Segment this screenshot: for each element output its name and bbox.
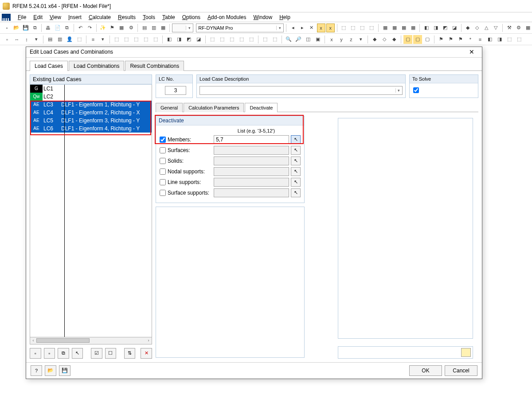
- open-icon[interactable]: 📂: [12, 23, 20, 32]
- menu-calculate[interactable]: Calculate: [85, 13, 114, 21]
- deactivate-checkbox[interactable]: [160, 190, 166, 196]
- list-hscrollbar[interactable]: [30, 337, 152, 344]
- t2d-icon[interactable]: ▾: [32, 35, 41, 44]
- menu-tools[interactable]: Tools: [139, 13, 159, 21]
- load-case-row[interactable]: AELC6DLF1 - Eigenform 4, Richtung - Y: [30, 125, 152, 133]
- pick-icon[interactable]: ↖: [291, 135, 301, 144]
- r17-icon[interactable]: ⚒: [505, 23, 513, 32]
- r5-icon[interactable]: ▦: [381, 23, 389, 32]
- vw-c-icon[interactable]: ▢: [423, 35, 432, 44]
- vw-a-icon[interactable]: ▢: [403, 35, 412, 44]
- table3-icon[interactable]: ▦: [159, 23, 167, 32]
- r8-icon[interactable]: ▦: [409, 23, 417, 32]
- new-lc2-button[interactable]: ▫: [44, 348, 55, 359]
- bolt-icon[interactable]: [461, 348, 471, 357]
- menu-insert[interactable]: Insert: [65, 13, 85, 21]
- result-lbl2-icon[interactable]: x: [326, 23, 335, 32]
- t2k-icon[interactable]: ⬚: [112, 35, 121, 44]
- pick-icon[interactable]: ↖: [291, 156, 301, 165]
- t2y-icon[interactable]: ⬚: [261, 35, 270, 44]
- t2c-icon[interactable]: ↕: [22, 35, 31, 44]
- r10-icon[interactable]: ◨: [431, 23, 440, 32]
- navigate-combo[interactable]: ▾: [172, 23, 193, 32]
- t2m-icon[interactable]: ⬚: [132, 35, 141, 44]
- axis-z-icon[interactable]: z: [347, 35, 356, 44]
- redo-icon[interactable]: ↷: [86, 23, 94, 32]
- pick-icon[interactable]: ↖: [291, 188, 301, 197]
- t2h-icon[interactable]: ⬚: [75, 35, 84, 44]
- misc-b-icon[interactable]: ⚑: [446, 35, 455, 44]
- t2z-icon[interactable]: ⬚: [270, 35, 279, 44]
- copy-icon[interactable]: ⧉: [63, 23, 71, 32]
- sel-a-icon[interactable]: ◆: [370, 35, 379, 44]
- saveall-icon[interactable]: ⧉: [31, 23, 39, 32]
- axis-y-icon[interactable]: y: [337, 35, 346, 44]
- t2q-icon[interactable]: ◨: [175, 35, 184, 44]
- subtab-deactivate[interactable]: Deactivate: [245, 103, 278, 112]
- t2o-icon[interactable]: ⬚: [151, 35, 160, 44]
- menu-table[interactable]: Table: [159, 13, 179, 21]
- misc-c-icon[interactable]: ⚑: [456, 35, 465, 44]
- r7-icon[interactable]: ▦: [399, 23, 408, 32]
- nav-first-icon[interactable]: ◂: [289, 23, 297, 32]
- uncheck-all-button[interactable]: ☐: [105, 348, 117, 359]
- tab-load-cases[interactable]: Load Cases: [30, 61, 68, 71]
- t2t-icon[interactable]: ⬚: [208, 35, 217, 44]
- deactivate-input[interactable]: [214, 135, 289, 144]
- t2p-icon[interactable]: ◧: [165, 35, 174, 44]
- nav-prev-icon[interactable]: ▸: [298, 23, 306, 32]
- menu-view[interactable]: View: [46, 13, 65, 21]
- load-case-row[interactable]: AELC5DLF1 - Eigenform 3, Richtung - Y: [30, 117, 152, 125]
- delete-lc-button[interactable]: ✕: [141, 348, 152, 359]
- pick-icon[interactable]: ↖: [291, 167, 301, 176]
- flag-icon[interactable]: ⚑: [108, 23, 117, 32]
- t2a-icon[interactable]: ▫: [3, 35, 12, 44]
- module-combo[interactable]: ▾: [196, 23, 284, 32]
- r18-icon[interactable]: ⚙: [514, 23, 523, 32]
- load-case-row[interactable]: QwLC2: [30, 93, 152, 101]
- r11-icon[interactable]: ◩: [441, 23, 449, 32]
- menu-add-on-modules[interactable]: Add-on Modules: [204, 13, 250, 21]
- t2x-icon[interactable]: ⬚: [247, 35, 256, 44]
- menu-window[interactable]: Window: [250, 13, 276, 21]
- ok-button[interactable]: OK: [409, 365, 442, 376]
- save-dlg-button[interactable]: 💾: [59, 365, 70, 376]
- check-all-button[interactable]: ☑: [91, 348, 102, 359]
- new-icon[interactable]: ▫: [3, 23, 11, 32]
- result-x-icon[interactable]: ✕: [307, 23, 316, 32]
- r1-icon[interactable]: ⬚: [340, 23, 348, 32]
- r4-icon[interactable]: ⬚: [368, 23, 376, 32]
- r6-icon[interactable]: ▦: [390, 23, 399, 32]
- r19-icon[interactable]: ▦: [524, 23, 532, 32]
- r16-icon[interactable]: ▽: [492, 23, 500, 32]
- r2-icon[interactable]: ⬚: [349, 23, 357, 32]
- to-solve-checkbox[interactable]: [413, 87, 419, 93]
- sel-c-icon[interactable]: ◆: [390, 35, 399, 44]
- load-case-row[interactable]: GLC1: [30, 85, 152, 93]
- deactivate-checkbox[interactable]: [160, 179, 166, 185]
- menu-results[interactable]: Results: [114, 13, 139, 21]
- select-lc-button[interactable]: ↖: [72, 348, 83, 359]
- calc-icon[interactable]: ⚙: [127, 23, 135, 32]
- misc-f-icon[interactable]: ◧: [485, 35, 494, 44]
- table2-icon[interactable]: ▥: [149, 23, 158, 32]
- pick-icon[interactable]: ↖: [291, 146, 301, 155]
- t2j-icon[interactable]: ▾: [98, 35, 107, 44]
- deactivate-checkbox[interactable]: [160, 168, 166, 175]
- zoom-out-icon[interactable]: 🔎: [294, 35, 303, 44]
- misc-g-icon[interactable]: ◨: [495, 35, 504, 44]
- t2b-icon[interactable]: ↔: [12, 35, 21, 44]
- axis-x-icon[interactable]: x: [327, 35, 336, 44]
- r13-icon[interactable]: ◆: [464, 23, 472, 32]
- t2l-icon[interactable]: ⬚: [122, 35, 131, 44]
- r14-icon[interactable]: ◇: [473, 23, 481, 32]
- t2r-icon[interactable]: ◩: [184, 35, 193, 44]
- tab-result-combinations[interactable]: Result Combinations: [125, 61, 184, 71]
- vw-b-icon[interactable]: ▢: [413, 35, 422, 44]
- load-case-list[interactable]: GLC1QwLC2AELC3DLF1 - Eigenform 1, Richtu…: [30, 85, 152, 337]
- r3-icon[interactable]: ⬚: [358, 23, 367, 32]
- lc-no-input[interactable]: [165, 86, 186, 95]
- zoom-win-icon[interactable]: ◫: [304, 35, 313, 44]
- iso-icon[interactable]: ▣: [313, 35, 322, 44]
- new-lc-button[interactable]: ▫: [30, 348, 41, 359]
